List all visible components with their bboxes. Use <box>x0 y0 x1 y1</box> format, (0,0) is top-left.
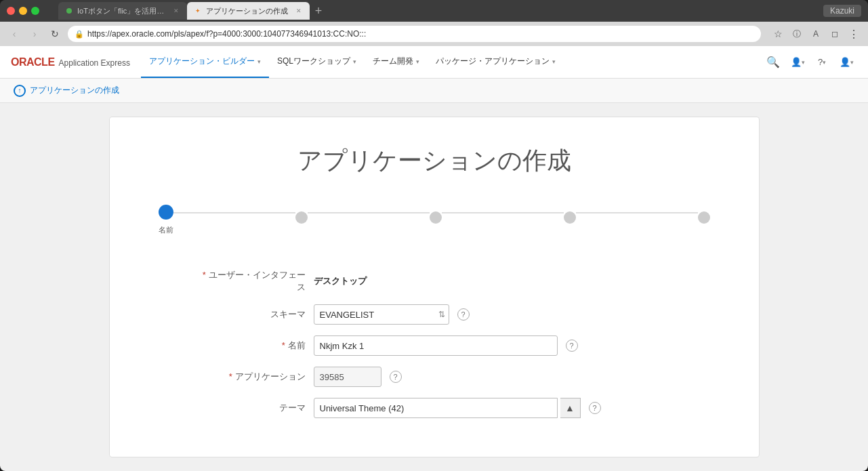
extensions-button[interactable]: ◻ <box>827 26 842 41</box>
form-section: ユーザー・インタフェース デスクトップ スキーマ EVANGELIST ⇅ ? <box>197 269 671 418</box>
refresh-button[interactable]: ↻ <box>47 26 62 41</box>
schema-label: スキーマ <box>197 308 306 321</box>
name-help-icon[interactable]: ? <box>566 340 578 352</box>
breadcrumb-icon: ↑ <box>14 85 26 97</box>
theme-wrapper: ▲ <box>314 398 581 418</box>
form-row-theme: テーマ ▲ ? <box>197 398 671 418</box>
close-button[interactable] <box>7 7 15 15</box>
tab-create-app[interactable]: ✦ アプリケーションの作成 ✕ <box>187 2 310 20</box>
schema-select-wrapper: EVANGELIST ⇅ <box>314 304 449 325</box>
schema-help-icon[interactable]: ? <box>457 308 470 321</box>
form-card: アプリケーションの作成 名前 <box>109 117 760 457</box>
account-button[interactable]: 👤 ▾ <box>835 52 857 73</box>
breadcrumb-bar: ↑ アプリケーションの作成 <box>0 79 868 103</box>
tab-close-create-app[interactable]: ✕ <box>296 8 302 14</box>
theme-up-button[interactable]: ▲ <box>560 398 581 418</box>
wizard-line-3 <box>442 212 564 213</box>
url-text: https://apex.oracle.com/pls/apex/f?p=400… <box>87 29 366 39</box>
theme-label: テーマ <box>197 402 306 414</box>
app-content: ORACLE Application Express アプリケーション・ビルダー… <box>0 46 868 471</box>
translate-button[interactable]: A <box>808 26 823 41</box>
tab-close-iot[interactable]: ✕ <box>173 8 179 14</box>
chevron-down-icon: ▾ <box>802 59 805 66</box>
wizard-line-2 <box>308 212 430 213</box>
page-title: アプリケーションの作成 <box>150 144 718 178</box>
user-name-label: Kazuki <box>823 5 861 17</box>
chevron-down-icon: ▾ <box>823 59 826 66</box>
wizard-step-1: 名前 <box>159 205 173 235</box>
wizard-steps: 名前 <box>150 205 718 235</box>
form-row-user-interface: ユーザー・インタフェース デスクトップ <box>197 269 671 293</box>
menu-button[interactable]: ⋮ <box>846 26 861 41</box>
app-express-text: Application Express <box>59 58 130 68</box>
address-bar: ‹ › ↻ 🔒 https://apex.oracle.com/pls/apex… <box>0 22 868 46</box>
main-nav: アプリケーション・ビルダー ▾ SQLワークショップ ▾ チーム開発 ▾ パッケ… <box>141 46 564 78</box>
wizard-step-3 <box>430 211 442 229</box>
schema-select[interactable]: EVANGELIST <box>314 304 449 325</box>
wizard-step-4 <box>564 211 576 229</box>
browser-actions: ☆ ⓘ A ◻ ⋮ <box>770 26 861 41</box>
wizard-step-5 <box>698 211 710 229</box>
nav-item-packaged-apps-label: パッケージ・アプリケーション <box>436 56 550 67</box>
tab-iot[interactable]: IoTボタン「flic」を活用して… ✕ <box>58 2 187 20</box>
user-interface-value: デスクトップ <box>314 275 367 287</box>
chevron-down-icon: ▾ <box>416 58 419 65</box>
application-help-icon[interactable]: ? <box>390 371 402 383</box>
maximize-button[interactable] <box>31 7 39 15</box>
forward-button[interactable]: › <box>27 26 42 41</box>
bookmark-button[interactable]: ☆ <box>770 26 785 41</box>
tabs-bar: IoTボタン「flic」を活用して… ✕ ✦ アプリケーションの作成 ✕ + <box>58 2 818 20</box>
nav-item-packaged-apps[interactable]: パッケージ・アプリケーション ▾ <box>428 46 564 78</box>
wizard-dot-3 <box>430 211 442 224</box>
new-tab-button[interactable]: + <box>310 2 327 20</box>
oracle-logo-text: ORACLE <box>11 56 55 68</box>
theme-input[interactable] <box>314 398 558 418</box>
user-interface-label: ユーザー・インタフェース <box>197 269 306 293</box>
nav-item-sql-workshop[interactable]: SQLワークショップ ▾ <box>269 46 365 78</box>
wizard-line-1 <box>173 212 295 213</box>
nav-item-app-builder[interactable]: アプリケーション・ビルダー ▾ <box>141 46 269 78</box>
chevron-down-icon: ▾ <box>257 58 261 65</box>
main-content: アプリケーションの作成 名前 <box>0 103 868 471</box>
name-label: 名前 <box>197 340 306 352</box>
minimize-button[interactable] <box>19 7 27 15</box>
form-row-name: 名前 ? <box>197 335 671 356</box>
title-bar: IoTボタン「flic」を活用して… ✕ ✦ アプリケーションの作成 ✕ + K… <box>0 0 868 22</box>
wizard-step-1-label: 名前 <box>159 225 173 235</box>
nav-item-team-dev-label: チーム開発 <box>373 56 413 67</box>
nav-item-sql-workshop-label: SQLワークショップ <box>277 56 350 67</box>
search-button[interactable]: 🔍 <box>762 52 784 73</box>
help-button[interactable]: ? ▾ <box>811 52 833 73</box>
wizard-dot-5 <box>698 211 710 224</box>
theme-help-icon[interactable]: ? <box>589 402 601 414</box>
chevron-down-icon: ▾ <box>552 58 556 65</box>
tab-favicon-dot <box>66 8 72 14</box>
wizard-dot-4 <box>564 211 576 224</box>
form-row-application: アプリケーション ? <box>197 367 671 387</box>
name-input[interactable] <box>314 335 558 356</box>
wizard-dot-1 <box>159 205 173 220</box>
chevron-down-icon: ▾ <box>353 58 356 65</box>
browser-window: IoTボタン「flic」を活用して… ✕ ✦ アプリケーションの作成 ✕ + K… <box>0 0 868 471</box>
user-menu-button[interactable]: 👤 ▾ <box>787 52 808 73</box>
wizard-line-4 <box>576 212 698 213</box>
lock-icon: 🔒 <box>75 30 84 39</box>
oracle-logo: ORACLE Application Express <box>11 56 130 68</box>
wizard-step-2 <box>295 211 308 229</box>
reader-mode-button[interactable]: ⓘ <box>789 26 804 41</box>
chevron-down-icon: ▾ <box>850 59 854 66</box>
tab-favicon-apex: ✦ <box>195 7 201 14</box>
form-row-schema: スキーマ EVANGELIST ⇅ ? <box>197 304 671 325</box>
nav-item-app-builder-label: アプリケーション・ビルダー <box>149 56 255 67</box>
back-button[interactable]: ‹ <box>7 26 22 41</box>
wizard-dot-2 <box>295 211 308 224</box>
tab-label-create-app: アプリケーションの作成 <box>206 6 288 16</box>
url-bar[interactable]: 🔒 https://apex.oracle.com/pls/apex/f?p=4… <box>68 26 761 42</box>
traffic-lights <box>7 7 39 15</box>
application-input[interactable] <box>314 367 381 387</box>
nav-item-team-dev[interactable]: チーム開発 ▾ <box>365 46 428 78</box>
header-right: 🔍 👤 ▾ ? ▾ 👤 ▾ <box>762 52 857 73</box>
breadcrumb-text[interactable]: アプリケーションの作成 <box>30 85 119 96</box>
application-label: アプリケーション <box>197 371 306 383</box>
app-header: ORACLE Application Express アプリケーション・ビルダー… <box>0 46 868 79</box>
